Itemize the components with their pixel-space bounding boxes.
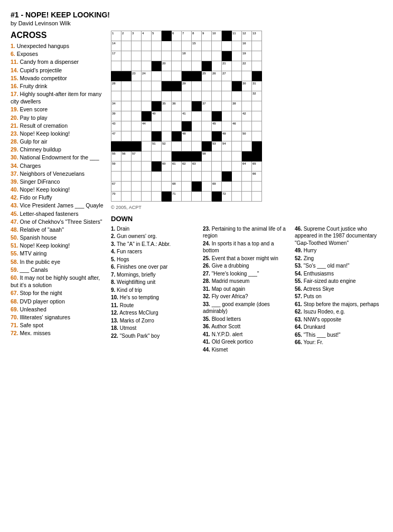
across-bottom-clues: DOWN 1. Drain 2. Gun owners' org. 3. The… [111,214,199,354]
across-clues-list: 1. Unexpected hangups 6. Exposes 11. Can… [11,42,106,337]
page-title: #1 - NOPE! KEEP LOOKING! [11,11,382,19]
copyright: © 2005, ACPT [111,205,382,210]
crossword-grid-container: 1 2 3 4 5 6 7 8 9 10 11 12 13 [111,31,382,202]
down-right-clues: 46. Supreme Court justice who appeared i… [295,214,382,354]
crossword-grid[interactable]: 1 2 3 4 5 6 7 8 9 10 11 12 13 [111,31,262,202]
down-middle-clues: 23. Pertaining to the animal life of a r… [203,214,291,354]
author: by David Levinson Wilk [11,20,382,26]
across-header: ACROSS [11,31,106,40]
